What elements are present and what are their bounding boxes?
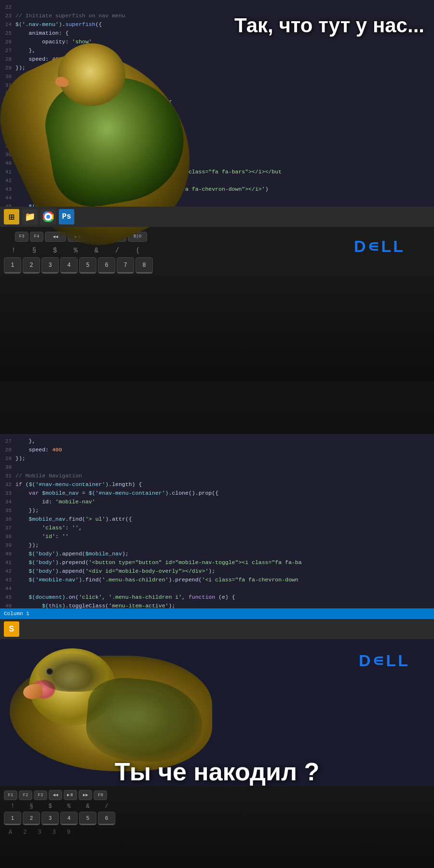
dell-logo-top: D∊LL <box>354 237 405 256</box>
code-line: 40 $('body').append($mobile_nav); <box>0 550 434 558</box>
taskbar-icon-sublime[interactable]: S <box>4 621 19 637</box>
code-line: 37 'class': '', <box>0 524 434 532</box>
code-line: 28 speed: 400 <box>0 446 434 454</box>
meme-text-bottom: Ты че накодил ? <box>0 757 434 786</box>
code-line: 38 'id': '' <box>0 532 434 541</box>
code-line: 44 <box>0 584 434 593</box>
code-line: 42 $('body').append('<div id="mobile-bod… <box>0 567 434 576</box>
key-1[interactable]: 1 <box>4 257 21 274</box>
svg-point-1 <box>46 215 50 219</box>
key-bottom-f2[interactable]: F2 <box>19 790 32 800</box>
key-3[interactable]: 3 <box>41 257 59 274</box>
dell-logo-bottom: D∊LL <box>359 651 410 670</box>
key-bottom-f3[interactable]: F3 <box>34 790 47 800</box>
keyboard-area-bottom: F1 F2 F3 ◀◀ ▶⏸ ▶▶ F8 ! § $ % & / 1 2 3 4… <box>0 786 434 868</box>
keyboard-area-top: F3 F4 ◀◀ ▶⏸ ▶▶ F8 B|O ! § $ % & / ( 1 2 … <box>0 227 434 434</box>
key-6[interactable]: 6 <box>98 257 115 274</box>
key-7[interactable]: 7 <box>117 257 134 274</box>
code-line: 45 $(document).on('click', '.menu-has-ch… <box>0 593 434 602</box>
parrot-head-markings <box>39 653 106 692</box>
parrot-top <box>0 39 434 222</box>
taskbar-icon-explorer[interactable]: 📁 <box>22 209 38 224</box>
key-2[interactable]: 2 <box>23 257 40 274</box>
key-bottom-prev[interactable]: ◀◀ <box>49 790 62 800</box>
key-bottom-f1[interactable]: F1 <box>4 790 17 800</box>
taskbar-bottom: S <box>0 619 434 639</box>
key-bottom-f8[interactable]: F8 <box>94 790 107 800</box>
taskbar-top: ⊞ 📁 Ps <box>0 207 434 227</box>
column-indicator: Column 1 <box>4 611 29 617</box>
key-4[interactable]: 4 <box>60 257 78 274</box>
key-5[interactable]: 5 <box>79 257 96 274</box>
code-line: 31 // Mobile Navigation <box>0 472 434 480</box>
laptop-body-top <box>0 276 434 381</box>
key-bottom-3[interactable]: 3 <box>41 812 59 825</box>
code-line: 33 var $mobile_nav = $('#nav-menu-contai… <box>0 489 434 498</box>
key-bottom-next[interactable]: ▶▶ <box>79 790 92 800</box>
code-editor-bottom: 27 }, 28 speed: 400 29 }); 30 31 // Mobi… <box>0 434 434 622</box>
key-bottom-4[interactable]: 4 <box>60 812 78 825</box>
code-line: 36 $mobile_nav.find('> ul').attr({ <box>0 515 434 524</box>
status-bar: Column 1 <box>0 608 434 619</box>
code-line: 41 $('body').prepend('<button type="butt… <box>0 558 434 567</box>
code-line: 35 }); <box>0 506 434 515</box>
key-bottom-5[interactable]: 5 <box>79 812 96 825</box>
meme-text-top: Так, что тут у нас... <box>234 14 424 37</box>
bottom-panel: 27 }, 28 speed: 400 29 }); 30 31 // Mobi… <box>0 434 434 868</box>
key-bottom-6[interactable]: 6 <box>98 812 115 825</box>
key-bottom-2[interactable]: 2 <box>23 812 40 825</box>
taskbar-icon-chrome[interactable] <box>41 209 56 224</box>
code-line: 22 <box>0 3 434 12</box>
taskbar-icon-photoshop[interactable]: Ps <box>59 209 74 224</box>
key-bottom-play[interactable]: ▶⏸ <box>64 790 77 800</box>
key-8[interactable]: 8 <box>136 257 153 274</box>
parrot-head-shape <box>58 43 125 106</box>
code-line: 29 }); <box>0 454 434 463</box>
code-line: 32 if ($('#nav-menu-container').length) … <box>0 480 434 489</box>
top-panel: 22 23 // Initiate superfish on nav menu … <box>0 0 434 434</box>
code-line: 27 }, <box>0 437 434 446</box>
code-line: 30 <box>0 463 434 472</box>
key-bottom-1[interactable]: 1 <box>4 812 21 825</box>
code-line: 43 $('#mobile-nav').find('.menu-has-chil… <box>0 576 434 584</box>
taskbar-icon-windows[interactable]: ⊞ <box>4 209 19 224</box>
key-f3[interactable]: F3 <box>15 232 28 242</box>
code-line: 39 }); <box>0 541 434 550</box>
code-line: 34 id: 'mobile-nav' <box>0 498 434 506</box>
key-f4[interactable]: F4 <box>30 232 43 242</box>
